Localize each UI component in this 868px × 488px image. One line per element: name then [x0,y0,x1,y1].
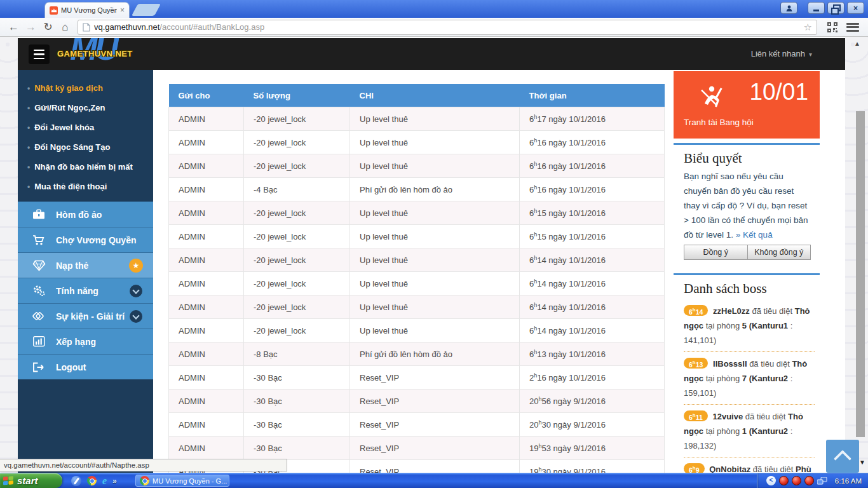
cell-time: 6h16 ngày 10/1/2016 [520,178,665,201]
taskbar: start e » MU Vương Quyền - G... < 6:16 A… [0,473,868,488]
url-path: /account/#auth/BankLog.asp [159,22,264,32]
sidebar-link-4[interactable]: •Nhận đồ bảo hiểm bị mất [27,157,153,177]
column-header: Gửi cho [169,84,244,107]
tray-game-icon-1[interactable] [779,476,789,485]
browser-tab[interactable]: MU Vương Quyền - Gamethu × [44,2,130,18]
logout-icon [31,362,46,372]
cell-time: 19h30 ngày 9/1/2016 [520,460,665,473]
poll-title: Biểu quyết [684,151,820,166]
back-button[interactable]: ← [5,21,22,34]
banner-date: 10/01 [749,79,808,105]
sidebar-button-6[interactable]: Logout [18,354,153,379]
sidebar-button-2[interactable]: Nạp thẻ★ [18,252,153,278]
tags-icon [31,311,46,322]
reload-button[interactable]: ↻ [39,20,57,34]
quick-launch-ie-icon[interactable]: e [102,476,107,486]
cell-time: 6h14 ngày 10/1/2016 [520,272,665,295]
scrollbar-up-icon[interactable]: ▲ [854,40,860,47]
sidebar-link-label: Gửi/Rút Ngọc,Zen [34,103,105,112]
cell-recipient: ADMIN [169,248,244,272]
quick-launch-app-icon[interactable] [71,476,81,486]
room-number: 7 [742,374,747,383]
cell-time: 6h16 ngày 10/1/2016 [520,154,665,178]
tray-game-icon-3[interactable] [804,476,814,485]
poll-results-link[interactable]: » Kết quả [736,230,773,240]
cell-time: 6h17 ngày 10/1/2016 [520,107,665,131]
start-label: start [17,475,38,486]
scrollbar-thumb[interactable] [856,111,865,437]
tab-close-icon[interactable]: × [120,6,125,14]
new-tab-button[interactable] [132,4,161,16]
map-name: Kanturu2 [752,426,788,436]
map-coords: 198,132 [684,441,714,451]
poll-agree-button[interactable]: Đồng ý [684,245,748,260]
cell-recipient: ADMIN [169,437,244,460]
extension-icon[interactable] [827,22,837,32]
quick-launch-chrome-icon[interactable] [87,476,97,485]
quick-links-dropdown[interactable]: Liên kết nhanh▾ [751,49,812,58]
cell-description: Reset_VIP [350,460,520,473]
cell-time: 20h56 ngày 9/1/2016 [520,390,665,413]
profile-icon[interactable] [780,2,797,14]
url-host: vq.gamethuvn.net [94,22,159,32]
cell-time: 6h15 ngày 10/1/2016 [520,225,665,248]
column-header: Thời gian [520,84,665,107]
cell-quantity: -20 jewel_lock [244,272,350,295]
chevron-down-icon[interactable] [130,310,142,323]
system-tray: < 6:16 AM [757,473,868,488]
taskbar-clock: 6:16 AM [835,477,862,485]
cell-time: 6h14 ngày 10/1/2016 [520,295,665,319]
home-button[interactable]: ⌂ [57,21,74,34]
close-button[interactable]: × [847,2,864,14]
taskbar-window-button[interactable]: MU Vương Quyền - G... [135,475,229,487]
sidebar-toggle-icon[interactable] [29,44,50,64]
forward-button[interactable]: → [22,21,39,34]
sidebar-button-label: Logout [56,362,86,372]
cell-description: Up level thuê [350,154,520,178]
browser-menu-icon[interactable] [846,23,859,32]
sidebar-link-0[interactable]: •Nhật ký giao dịch [27,78,153,98]
start-button[interactable]: start [0,473,62,488]
sidebar-button-3[interactable]: Tính năng [18,278,153,303]
map-coords: 159,101 [684,388,714,398]
column-header: CHI [350,84,520,107]
table-row: ADMIN-20 jewel_lockUp level thuê6h14 ngà… [169,272,665,295]
sidebar-link-2[interactable]: •Đổi Jewel khóa [27,118,153,137]
poll-disagree-button[interactable]: Không đồng ý [748,245,811,260]
restore-button[interactable] [827,2,844,14]
chevron-down-icon[interactable] [130,285,142,297]
scroll-to-top-button[interactable] [826,440,859,473]
tray-game-icon-2[interactable] [792,476,801,485]
sidebar-button-4[interactable]: Sự kiện - Giải trí [18,303,153,329]
table-row: ADMIN-20 jewel_lockUp level thuê6h14 ngà… [169,248,665,272]
table-row: ADMIN-20 jewel_lockUp level thuê6h16 ngà… [169,154,665,178]
sidebar-link-5[interactable]: •Mua thẻ điện thoại [27,177,153,196]
table-row: ADMIN-20 jewel_lockUp level thuê6h15 ngà… [169,225,665,248]
player-name: IIBosssII [713,359,747,369]
site-logo[interactable]: MU GAMETHUVN.NET [56,38,164,70]
tray-collapse-icon[interactable]: < [766,476,776,485]
bookmark-star-icon[interactable]: ☆ [804,22,812,33]
address-bar[interactable]: vq.gamethuvn.net/account/#auth/BankLog.a… [78,20,817,35]
event-banner[interactable]: 10/01 Tranh tài Bang hội [674,71,820,139]
sidebar-button-label: Hòm đồ ảo [56,210,102,220]
sidebar-link-3[interactable]: •Đổi Ngọc Sáng Tạo [27,137,153,157]
scrollbar-down-icon[interactable]: ▼ [859,459,865,466]
cell-quantity: -30 Bạc [244,437,350,460]
cell-description: Up level thuê [350,201,520,225]
cell-recipient: ADMIN [169,390,244,413]
network-icon[interactable] [817,477,827,485]
quick-launch-overflow-icon[interactable]: » [112,477,117,485]
sidebar-link-1[interactable]: •Gửi/Rút Ngọc,Zen [27,98,153,118]
map-name: Kanturu2 [752,374,788,383]
minimize-button[interactable] [808,2,825,14]
sidebar-button-0[interactable]: Hòm đồ ảo [18,201,153,227]
site-header: MU GAMETHUVN.NET Liên kết nhanh▾ [18,38,845,70]
time-badge: 6h9 [684,463,705,474]
sidebar-button-5[interactable]: Xếp hạng [18,329,153,354]
bullet-icon: • [27,182,30,191]
cell-quantity: -30 Bạc [244,390,350,413]
bullet-icon: • [27,143,30,152]
sidebar-button-1[interactable]: Chợ Vương Quyền [18,227,153,252]
table-row: ADMIN-8 BạcPhí gửi đồ lên hòm đồ ảo6h13 … [169,342,665,366]
